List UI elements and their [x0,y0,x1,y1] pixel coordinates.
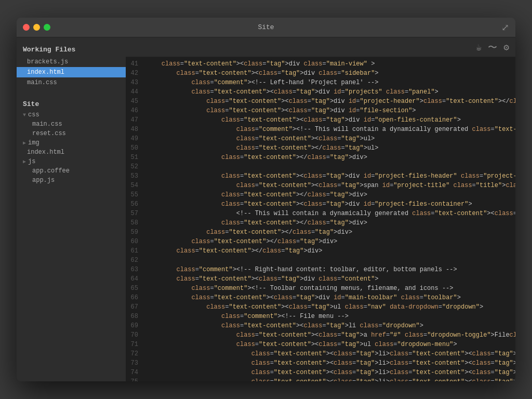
line-content: class="comment"><!-- This will contain a… [147,125,515,134]
folder-css-label: css [28,111,39,118]
code-line: 52 [126,162,515,171]
code-line: 67 class="text-content"><class="tag">ul … [126,302,515,312]
line-content: class="text-content"><class="tag">li>cla… [147,368,515,377]
line-number: 70 [126,330,147,340]
line-number: 61 [126,246,147,256]
folder-css-children: main.css reset.css [17,119,126,138]
line-content [147,256,150,265]
line-content: class="text-content"><class="tag">ul cla… [147,340,457,349]
line-number: 46 [126,106,147,115]
line-content: class="comment"><!-- Left-hand 'Project … [147,78,379,87]
minimize-button[interactable] [33,24,40,31]
site-tree: Site ▼ css main.css reset.css ▶ [17,96,126,185]
line-number: 64 [126,274,147,284]
line-content: class="text-content"><class="tag">li>cla… [147,349,515,358]
sidebar-item-maincss[interactable]: main.css [17,77,126,88]
code-line: 71 class="text-content"><class="tag">ul … [126,340,515,349]
maximize-button[interactable] [44,24,50,31]
code-line: 75 class="text-content"><class="tag">li>… [126,377,515,381]
line-number: 47 [126,115,147,125]
line-content: class="text-content"><class="tag">li>cla… [147,358,515,368]
file-reset-css[interactable]: reset.css [25,129,126,138]
code-line: 74 class="text-content"><class="tag">li>… [126,368,515,377]
sidebar-item-index[interactable]: index.html [17,67,126,77]
line-number: 45 [126,97,147,106]
line-content: class="text-content"></class="tag">div> [147,153,367,162]
code-line: 56 class="text-content"><class="tag">div… [126,200,515,209]
line-content: class="text-content"><class="tag">li cla… [147,321,423,330]
code-line: 66 class="text-content"><class="tag">div… [126,293,515,302]
app-window: Site ⤢ Working Files brackets.js index.h… [17,18,515,381]
line-content: <!-- This will contain a dynamically gen… [147,209,515,218]
line-content: class="text-content"><class="tag">ul cla… [147,302,483,312]
line-number: 74 [126,368,147,377]
window-title: Site [258,23,274,31]
code-line: 50 class="text-content"></class="tag">ul… [126,143,515,153]
code-line: 68 class="comment"><!-- File menu --> [126,312,515,321]
line-content: class="text-content"><class="tag">div id… [147,87,438,97]
line-number: 53 [126,171,147,181]
traffic-lights [23,24,50,31]
line-content: class="comment"><!-- Right-hand content:… [147,265,457,274]
folder-js-label: js [28,158,35,165]
line-number: 66 [126,293,147,302]
code-line: 73 class="text-content"><class="tag">li>… [126,358,515,368]
line-content: class="text-content"><class="tag">ul> [147,134,375,143]
line-number: 69 [126,321,147,330]
sidebar-item-brackets[interactable]: brackets.js [17,57,126,67]
titlebar-icons: ⤢ [501,22,509,33]
code-editor[interactable]: 41 class="text-content"><class="tag">div… [126,57,515,381]
code-line: 60 class="text-content"></class="tag">di… [126,237,515,246]
line-number: 54 [126,181,147,190]
editor-toolbar: ☕ 〜 ⚙ [126,37,515,57]
editor-area: ☕ 〜 ⚙ 41 class="text-content"><class="ta… [126,37,515,381]
line-number: 62 [126,256,147,265]
wave-icon[interactable]: 〜 [488,41,497,54]
line-content: class="text-content"></class="tag">ul> [147,143,379,153]
folder-js[interactable]: ▶ js [17,157,126,166]
line-content: class="text-content"></class="tag">div> [147,246,323,256]
code-line: 48 class="comment"><!-- This will contai… [126,125,515,134]
line-content: class="text-content"></class="tag">div> [147,237,337,246]
coffee-icon[interactable]: ☕ [476,42,482,53]
file-app-coffee[interactable]: app.coffee [25,166,126,176]
line-content: class="text-content"><class="tag">div id… [147,171,515,181]
line-content: class="comment"><!-- File menu --> [147,312,349,321]
line-number: 73 [126,358,147,368]
line-number: 41 [126,59,147,69]
folder-img-label: img [28,139,39,147]
code-line: 54 class="text-content"><class="tag">spa… [126,181,515,190]
expand-icon[interactable]: ⤢ [501,22,509,33]
code-line: 47 class="text-content"><class="tag">div… [126,115,515,125]
close-button[interactable] [23,24,30,31]
code-line: 55 class="text-content"></class="tag">di… [126,190,515,200]
code-line: 59 class="text-content"></class="tag">di… [126,228,515,237]
file-index-html[interactable]: index.html [17,148,126,157]
code-line: 57 <!-- This will contain a dynamically … [126,209,515,218]
line-number: 52 [126,162,147,171]
line-number: 75 [126,377,147,381]
line-content: class="text-content"><class="tag">a href… [147,330,515,340]
folder-css[interactable]: ▼ css [17,110,126,119]
code-line: 72 class="text-content"><class="tag">li>… [126,349,515,358]
file-app-js[interactable]: app.js [25,176,126,185]
line-content: class="text-content"></class="tag">div> [147,218,367,228]
file-main-css[interactable]: main.css [25,119,126,129]
code-line: 69 class="text-content"><class="tag">li … [126,321,515,330]
line-number: 60 [126,237,147,246]
line-number: 49 [126,134,147,143]
code-line: 46 class="text-content"><class="tag">div… [126,106,515,115]
line-number: 56 [126,200,147,209]
line-number: 50 [126,143,147,153]
code-line: 61 class="text-content"></class="tag">di… [126,246,515,256]
line-number: 59 [126,228,147,237]
gear-icon[interactable]: ⚙ [503,42,509,53]
line-content: class="text-content"><class="tag">div cl… [147,274,379,284]
line-content: class="text-content"><class="tag">div id… [147,200,472,209]
line-number: 43 [126,78,147,87]
code-line: 70 class="text-content"><class="tag">a h… [126,330,515,340]
line-number: 67 [126,302,147,312]
code-line: 44 class="text-content"><class="tag">div… [126,87,515,97]
line-content: class="text-content"><class="tag">div cl… [147,69,379,78]
folder-img[interactable]: ▶ img [17,138,126,148]
